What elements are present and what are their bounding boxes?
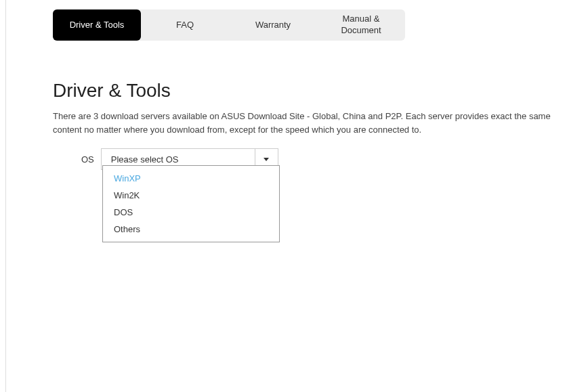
os-option-winxp[interactable]: WinXP [103,170,279,187]
page-container: Driver & Tools FAQ Warranty Manual & Doc… [0,0,567,170]
os-option-others[interactable]: Others [103,221,279,238]
os-dropdown: WinXP Win2K DOS Others [102,165,280,242]
tab-driver-tools[interactable]: Driver & Tools [53,9,141,41]
tab-label: Manual & Document [322,14,400,37]
os-label: OS [81,154,94,165]
chevron-down-icon [264,158,269,161]
tab-label: Warranty [255,20,291,31]
tab-label: Driver & Tools [70,20,125,31]
tab-label: FAQ [176,20,194,31]
tab-bar: Driver & Tools FAQ Warranty Manual & Doc… [53,9,405,41]
left-divider [5,0,6,392]
page-title: Driver & Tools [53,80,567,102]
tab-warranty[interactable]: Warranty [229,9,317,41]
os-option-win2k[interactable]: Win2K [103,187,279,204]
tab-manual-document[interactable]: Manual & Document [317,9,405,41]
page-description: There are 3 download servers available o… [53,110,567,136]
tab-faq[interactable]: FAQ [141,9,229,41]
os-option-dos[interactable]: DOS [103,204,279,221]
